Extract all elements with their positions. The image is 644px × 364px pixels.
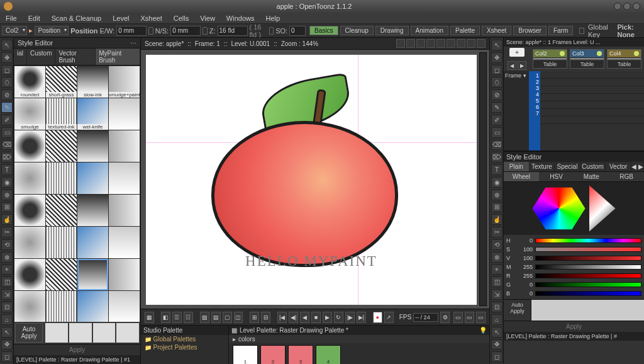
menu-xsheet[interactable]: Xsheet: [135, 14, 168, 22]
color-hexagon[interactable]: [533, 185, 586, 232]
viewer-icon[interactable]: [457, 39, 465, 48]
xsheet-column[interactable]: Col4Table: [607, 49, 641, 69]
brush-preset[interactable]: smudge: [14, 98, 45, 130]
toolbar-icon[interactable]: ◧: [161, 312, 170, 323]
tool-button[interactable]: ⌦: [491, 152, 502, 162]
loop-button[interactable]: ↻: [334, 312, 343, 323]
toolbar-icon[interactable]: ▢: [223, 312, 232, 323]
tool-button[interactable]: ✎: [491, 102, 502, 113]
palette-folder[interactable]: Project Palettes: [141, 343, 228, 351]
nav-right-button[interactable]: ▶: [518, 61, 526, 70]
menu-edit[interactable]: Edit: [23, 14, 46, 22]
viewer-icon[interactable]: [406, 39, 415, 48]
toolbar-icon[interactable]: ▭: [465, 312, 474, 323]
tool-button[interactable]: ⌫: [1, 140, 13, 151]
tool-button[interactable]: T: [1, 164, 13, 175]
tool-button[interactable]: ◻: [1, 351, 13, 362]
tool-button[interactable]: T: [491, 164, 502, 175]
tool-button[interactable]: ⊗: [1, 252, 13, 263]
menu-level[interactable]: Level: [107, 14, 135, 22]
tool-button[interactable]: ⇲: [491, 289, 502, 300]
auto-apply-button[interactable]: Auto Apply: [504, 300, 531, 321]
tool-button[interactable]: ◉: [491, 177, 502, 188]
room-tab-drawing[interactable]: Drawing: [375, 26, 409, 35]
xsheet-column[interactable]: Col2Table: [533, 49, 567, 69]
tool-button[interactable]: ⟲: [491, 239, 502, 250]
brush-preset[interactable]: wet-knife: [77, 98, 108, 130]
menu-scancleanup[interactable]: Scan & Cleanup: [46, 14, 108, 22]
room-tab-xsheet[interactable]: Xsheet: [482, 26, 511, 35]
view-mode-icon[interactable]: ▦: [145, 312, 154, 323]
brush-preset[interactable]: [109, 227, 140, 258]
palette-icon[interactable]: ▦: [231, 327, 237, 334]
tool-button[interactable]: ◫: [1, 276, 13, 287]
color-triangle[interactable]: [589, 185, 616, 232]
brush-preset[interactable]: [77, 195, 108, 226]
next-frame-button[interactable]: |▶: [345, 312, 355, 323]
palette-folder[interactable]: Global Palettes: [141, 335, 228, 343]
frame-numbers[interactable]: 1234567: [529, 71, 540, 151]
toolbar-icon[interactable]: ▭: [453, 312, 463, 323]
nav-left-button[interactable]: ◀: [508, 61, 516, 70]
menu-view[interactable]: View: [194, 14, 221, 22]
tool-button[interactable]: ⊘: [491, 89, 502, 100]
style-tab[interactable]: Custom: [580, 162, 606, 171]
tool-button[interactable]: ⬯: [491, 77, 502, 88]
tool-button[interactable]: ⌂: [1, 314, 13, 325]
brush-preset[interactable]: [14, 227, 45, 258]
brush-preset[interactable]: rounded: [14, 66, 45, 98]
position-mode[interactable]: Position: [35, 26, 69, 35]
lock-icon[interactable]: [269, 27, 274, 35]
brush-tab[interactable]: Vector Brush: [55, 48, 96, 65]
brush-preset[interactable]: [77, 162, 108, 194]
toolbar-icon[interactable]: ↗: [384, 312, 394, 323]
room-tab-palette[interactable]: Palette: [450, 26, 480, 35]
tool-button[interactable]: ⌖: [1, 264, 13, 275]
first-frame-button[interactable]: |◀: [277, 312, 287, 323]
room-tab-farm[interactable]: Farm: [548, 26, 573, 35]
brush-preset[interactable]: [77, 259, 108, 290]
brush-preset[interactable]: [77, 291, 108, 322]
brush-preset[interactable]: [46, 162, 77, 194]
play-button[interactable]: ▶: [323, 312, 332, 323]
tool-button[interactable]: ⊞: [1, 202, 13, 213]
tool-button[interactable]: ⊡: [491, 302, 502, 312]
tool-button[interactable]: ✎: [1, 102, 13, 113]
menu-file[interactable]: File: [0, 14, 23, 22]
viewer-icon[interactable]: [416, 39, 425, 48]
tab-scroll[interactable]: ◀ ▶: [631, 162, 644, 171]
color-mode-tab[interactable]: HSV: [539, 172, 574, 181]
play-back-button[interactable]: ◀: [300, 312, 309, 323]
global-key-checkbox[interactable]: [579, 28, 584, 34]
tool-button[interactable]: ◻: [1, 65, 13, 76]
tool-button[interactable]: ✐: [491, 115, 502, 125]
brush-preset[interactable]: [109, 291, 140, 322]
brush-tab[interactable]: Custom: [27, 48, 55, 65]
tool-button[interactable]: ↖: [491, 40, 502, 50]
scrollbar-vertical[interactable]: [479, 52, 487, 306]
ew-input[interactable]: [116, 26, 147, 36]
last-frame-button[interactable]: ▶|: [357, 312, 366, 323]
style-tab[interactable]: Plain: [504, 162, 530, 171]
tool-button[interactable]: ▭: [1, 127, 13, 138]
record-icon[interactable]: ●: [373, 312, 382, 323]
brush-preset[interactable]: [109, 98, 140, 130]
brush-tab[interactable]: ial: [14, 48, 27, 65]
slider-track[interactable]: [535, 273, 641, 278]
brush-preset[interactable]: [77, 227, 108, 258]
tool-button[interactable]: ↖: [491, 327, 502, 338]
tool-button[interactable]: ⬯: [1, 77, 13, 88]
tool-button[interactable]: ⌂: [491, 314, 502, 325]
tool-button[interactable]: ◻: [491, 351, 502, 362]
toolbar-icon[interactable]: ▤: [211, 312, 221, 323]
add-column-button[interactable]: ＋: [509, 48, 525, 57]
tool-button[interactable]: ✥: [491, 339, 502, 350]
brush-preset[interactable]: slow-ink: [77, 66, 108, 98]
tool-button[interactable]: ◉: [1, 177, 13, 188]
menu-help[interactable]: Help: [260, 14, 286, 22]
brush-preset[interactable]: [14, 291, 45, 322]
column-selector[interactable]: Col2: [2, 26, 27, 35]
panel-close-icon[interactable]: ⋯: [130, 40, 136, 47]
style-tab[interactable]: Texture: [530, 162, 555, 171]
auto-apply-button[interactable]: Auto Apply: [15, 323, 43, 343]
